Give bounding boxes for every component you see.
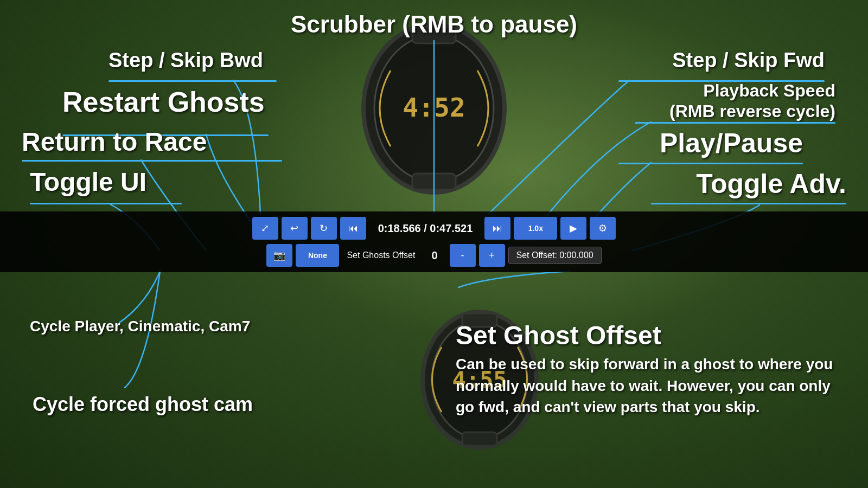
label-step-fwd: Step / Skip Fwd bbox=[672, 49, 825, 72]
label-toggle-adv: Toggle Adv. bbox=[696, 168, 846, 200]
watch-top-decoration: 4:52 bbox=[342, 16, 526, 201]
cycle-forced-text: Cycle forced ghost cam bbox=[33, 393, 253, 415]
underline-step-bwd bbox=[108, 80, 277, 82]
set-ghost-offset-desc: Can be used to skip forward in a ghost t… bbox=[456, 356, 833, 415]
label-toggle-ui: Toggle UI bbox=[30, 167, 146, 197]
cycle-button[interactable]: ↻ bbox=[311, 217, 337, 240]
time-display: 0:18.566 / 0:47.521 bbox=[369, 222, 482, 235]
set-ghost-offset-title: Set Ghost Offset bbox=[456, 320, 835, 350]
svg-rect-3 bbox=[412, 174, 456, 190]
label-scrubber: Scrubber (RMB to pause) bbox=[291, 11, 577, 38]
underline-toggle-adv bbox=[651, 203, 846, 204]
set-offset-display: Set Offset: 0:00.000 bbox=[508, 247, 602, 264]
label-playback-speed: Playback Speed (RMB reverse cycle) bbox=[669, 80, 835, 122]
play-pause-button[interactable]: ▶ bbox=[560, 217, 586, 240]
skip-bwd-button[interactable]: ⏮ bbox=[340, 217, 366, 240]
underline-return bbox=[22, 160, 282, 162]
speed-button[interactable]: 1.0x bbox=[514, 217, 557, 240]
toolbar-row-1: ⤢ ↩ ↻ ⏮ 0:18.566 / 0:47.521 ⏭ 1.0x ▶ ⚙ bbox=[252, 217, 616, 240]
plus-button[interactable]: + bbox=[479, 244, 505, 267]
label-cycle-forced: Cycle forced ghost cam bbox=[33, 392, 253, 418]
label-restart-ghosts: Restart Ghosts bbox=[62, 86, 265, 118]
label-play-pause: Play/Pause bbox=[660, 127, 803, 159]
toolbar-row-2: 📷 None Set Ghosts Offset 0 - + Set Offse… bbox=[266, 244, 601, 267]
underline-toggle-ui bbox=[30, 203, 182, 204]
label-step-bwd: Step / Skip Bwd bbox=[108, 49, 263, 72]
restart-button[interactable]: ↩ bbox=[282, 217, 308, 240]
set-ghosts-offset-label: Set Ghosts Offset bbox=[342, 251, 419, 260]
underline-playback-speed bbox=[635, 122, 835, 124]
playback-speed-line2: (RMB reverse cycle) bbox=[669, 101, 835, 121]
settings-button[interactable]: ⚙ bbox=[590, 217, 616, 240]
skip-fwd-button[interactable]: ⏭ bbox=[484, 217, 510, 240]
expand-button[interactable]: ⤢ bbox=[252, 217, 278, 240]
svg-text:4:52: 4:52 bbox=[403, 92, 465, 123]
label-return-to-race: Return to Race bbox=[22, 127, 207, 157]
toolbar-bar: ⤢ ↩ ↻ ⏮ 0:18.566 / 0:47.521 ⏭ 1.0x ▶ ⚙ 📷… bbox=[0, 211, 868, 272]
playback-speed-line1: Playback Speed bbox=[703, 81, 835, 100]
underline-play-pause bbox=[618, 163, 803, 164]
svg-rect-8 bbox=[462, 432, 497, 446]
offset-value: 0 bbox=[423, 249, 446, 262]
label-cycle-player: Cycle Player, Cinematic, Cam7 bbox=[30, 317, 250, 336]
camera-button[interactable]: 📷 bbox=[266, 244, 292, 267]
label-set-ghost-offset: Set Ghost Offset Can be used to skip for… bbox=[456, 320, 835, 418]
none-button[interactable]: None bbox=[296, 244, 339, 267]
minus-button[interactable]: - bbox=[450, 244, 476, 267]
